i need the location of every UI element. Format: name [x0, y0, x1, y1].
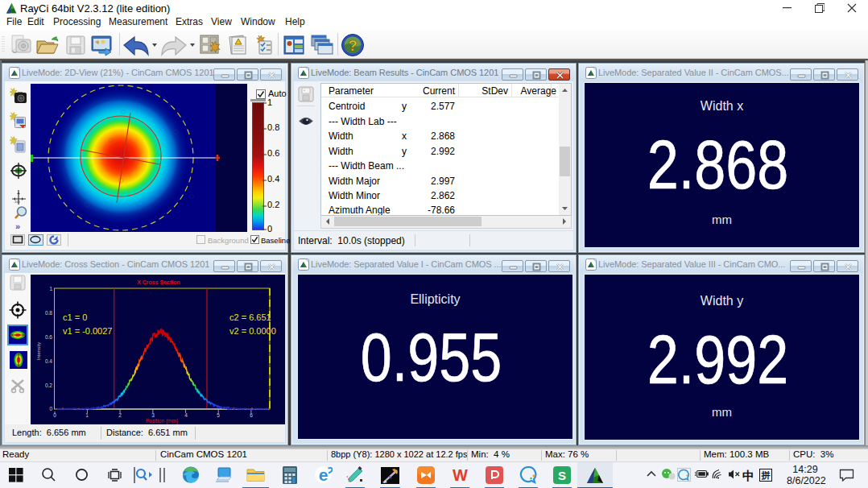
svg-text:0.8: 0.8 — [45, 310, 52, 316]
svg-text:1: 1 — [85, 412, 89, 418]
svg-text:2: 2 — [118, 412, 122, 418]
svg-text:X Cross Section: X Cross Section — [137, 279, 180, 285]
svg-text:4: 4 — [184, 412, 188, 418]
svg-text:c2 = 6.651: c2 = 6.651 — [229, 312, 271, 322]
svg-text:0: 0 — [49, 406, 52, 411]
svg-text:5: 5 — [217, 412, 220, 418]
svg-text:3: 3 — [151, 412, 155, 418]
svg-text:Intensity: Intensity — [36, 342, 41, 360]
svg-text:6: 6 — [250, 412, 253, 418]
svg-text:e: e — [319, 465, 329, 484]
svg-text:0.2: 0.2 — [45, 383, 52, 388]
svg-text:S: S — [558, 469, 566, 482]
svg-text:W: W — [453, 466, 468, 484]
svg-text:0.6: 0.6 — [45, 334, 52, 340]
svg-text:-101: -101 — [14, 200, 21, 204]
svg-text:v1 = -0.0027: v1 = -0.0027 — [63, 326, 112, 336]
svg-text:1: 1 — [49, 286, 52, 292]
svg-text:?: ? — [348, 37, 358, 54]
svg-text:0.4: 0.4 — [45, 358, 52, 364]
svg-text:c1 = 0: c1 = 0 — [63, 312, 87, 322]
svg-text:v2 = 0.0000: v2 = 0.0000 — [229, 326, 276, 336]
svg-text:0: 0 — [53, 412, 56, 418]
svg-text:Position (mm): Position (mm) — [146, 418, 178, 424]
